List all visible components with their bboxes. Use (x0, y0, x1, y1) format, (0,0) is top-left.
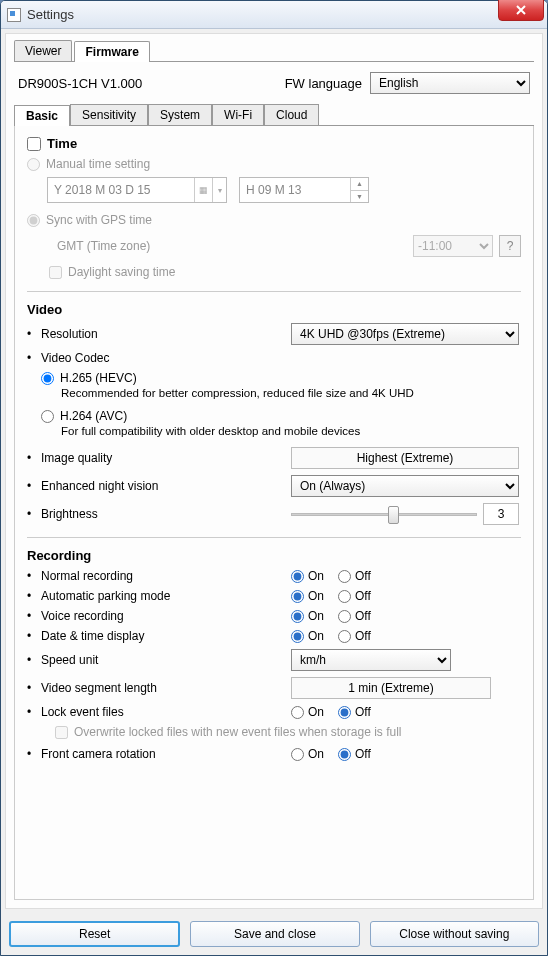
tab-sensitivity[interactable]: Sensitivity (70, 104, 148, 125)
date-input[interactable]: Y 2018 M 03 D 15 ▦▾ (47, 177, 227, 203)
sub-tabs: Basic Sensitivity System Wi-Fi Cloud (14, 104, 534, 126)
date-row: Y 2018 M 03 D 15 ▦▾ H 09 M 13 ▲▼ (47, 177, 521, 203)
reset-button[interactable]: Reset (9, 921, 180, 947)
rotation-label: Front camera rotation (41, 747, 291, 761)
speed-unit-label: Speed unit (41, 653, 291, 667)
lock-label: Lock event files (41, 705, 291, 719)
voice-on-radio[interactable] (291, 610, 304, 623)
video-heading: Video (27, 302, 521, 317)
codec-label: Video Codec (41, 351, 521, 365)
calendar-icon: ▦ (195, 178, 212, 202)
overwrite-checkbox[interactable] (55, 726, 68, 739)
lock-on-radio[interactable] (291, 706, 304, 719)
h264-desc: For full compatibility with older deskto… (61, 425, 521, 437)
close-icon (515, 5, 527, 15)
image-quality-label: Image quality (41, 451, 291, 465)
datetime-on-radio[interactable] (291, 630, 304, 643)
settings-window: Settings Viewer Firmware DR900S-1CH V1.0… (0, 0, 548, 956)
tab-firmware[interactable]: Firmware (74, 41, 149, 62)
time-input[interactable]: H 09 M 13 ▲▼ (239, 177, 369, 203)
voice-label: Voice recording (41, 609, 291, 623)
sync-gps-radio[interactable] (27, 214, 40, 227)
image-quality-row: • Image quality Highest (Extreme) (27, 447, 521, 469)
recording-heading: Recording (27, 548, 521, 563)
close-button[interactable] (498, 0, 544, 21)
brightness-value: 3 (483, 503, 519, 525)
brightness-label: Brightness (41, 507, 291, 521)
dst-label: Daylight saving time (68, 265, 175, 279)
footer: Reset Save and close Close without savin… (1, 913, 547, 955)
overwrite-label: Overwrite locked files with new event fi… (74, 725, 401, 739)
h264-radio[interactable] (41, 410, 54, 423)
brightness-row: • Brightness 3 (27, 503, 521, 525)
tab-viewer[interactable]: Viewer (14, 40, 72, 61)
dst-checkbox[interactable] (49, 266, 62, 279)
h264-label: H.264 (AVC) (60, 409, 127, 423)
codec-block: H.265 (HEVC) Recommended for better comp… (41, 371, 521, 437)
tab-wifi[interactable]: Wi-Fi (212, 104, 264, 125)
voice-off-radio[interactable] (338, 610, 351, 623)
dst-row: Daylight saving time (49, 265, 521, 279)
spin-down-icon[interactable]: ▼ (351, 191, 368, 203)
resolution-select[interactable]: 4K UHD @30fps (Extreme) (291, 323, 519, 345)
night-vision-row: • Enhanced night vision On (Always) (27, 475, 521, 497)
sync-gps-label: Sync with GPS time (46, 213, 152, 227)
divider (27, 291, 521, 292)
normal-recording-label: Normal recording (41, 569, 291, 583)
rotation-off-radio[interactable] (338, 748, 351, 761)
top-tabs: Viewer Firmware (14, 40, 534, 62)
gmt-label: GMT (Time zone) (57, 239, 413, 253)
gmt-row: GMT (Time zone) -11:00 ? (57, 235, 521, 257)
speed-unit-select[interactable]: km/h (291, 649, 451, 671)
chevron-down-icon: ▾ (212, 178, 226, 202)
app-icon (7, 8, 21, 22)
model-label: DR900S-1CH V1.000 (18, 76, 142, 91)
save-button[interactable]: Save and close (190, 921, 359, 947)
codec-label-row: • Video Codec (27, 351, 521, 365)
overwrite-row: Overwrite locked files with new event fi… (55, 725, 521, 739)
normal-off-radio[interactable] (338, 570, 351, 583)
parking-label: Automatic parking mode (41, 589, 291, 603)
datetime-off-radio[interactable] (338, 630, 351, 643)
window-title: Settings (27, 7, 74, 22)
image-quality-value: Highest (Extreme) (291, 447, 519, 469)
client-area: Viewer Firmware DR900S-1CH V1.000 FW lan… (5, 33, 543, 909)
segment-label: Video segment length (41, 681, 291, 695)
gmt-select[interactable]: -11:00 (413, 235, 493, 257)
h265-label: H.265 (HEVC) (60, 371, 137, 385)
fw-language-label: FW language (285, 76, 362, 91)
titlebar: Settings (1, 1, 547, 29)
tab-basic[interactable]: Basic (14, 105, 70, 126)
datetime-label: Date & time display (41, 629, 291, 643)
spin-up-icon[interactable]: ▲ (351, 178, 368, 191)
close-no-save-button[interactable]: Close without saving (370, 921, 539, 947)
parking-on-radio[interactable] (291, 590, 304, 603)
brightness-slider[interactable] (291, 504, 477, 524)
time-heading: Time (47, 136, 77, 151)
parking-off-radio[interactable] (338, 590, 351, 603)
resolution-row: • Resolution 4K UHD @30fps (Extreme) (27, 323, 521, 345)
segment-value: 1 min (Extreme) (291, 677, 491, 699)
basic-page: Time Manual time setting Y 2018 M 03 D 1… (14, 126, 534, 900)
tab-system[interactable]: System (148, 104, 212, 125)
fw-language-select[interactable]: English (370, 72, 530, 94)
manual-time-radio[interactable] (27, 158, 40, 171)
h265-radio[interactable] (41, 372, 54, 385)
rotation-on-radio[interactable] (291, 748, 304, 761)
h265-desc: Recommended for better compression, redu… (61, 387, 521, 399)
gmt-help-button[interactable]: ? (499, 235, 521, 257)
lock-off-radio[interactable] (338, 706, 351, 719)
resolution-label: Resolution (41, 327, 291, 341)
slider-thumb[interactable] (388, 506, 399, 524)
model-row: DR900S-1CH V1.000 FW language English (14, 62, 534, 104)
sync-gps-row: Sync with GPS time (27, 213, 521, 227)
night-vision-select[interactable]: On (Always) (291, 475, 519, 497)
time-enable-checkbox[interactable] (27, 137, 41, 151)
manual-time-row: Manual time setting (27, 157, 521, 171)
night-vision-label: Enhanced night vision (41, 479, 291, 493)
tab-cloud[interactable]: Cloud (264, 104, 319, 125)
manual-time-label: Manual time setting (46, 157, 150, 171)
time-heading-row: Time (27, 136, 521, 151)
normal-on-radio[interactable] (291, 570, 304, 583)
divider (27, 537, 521, 538)
